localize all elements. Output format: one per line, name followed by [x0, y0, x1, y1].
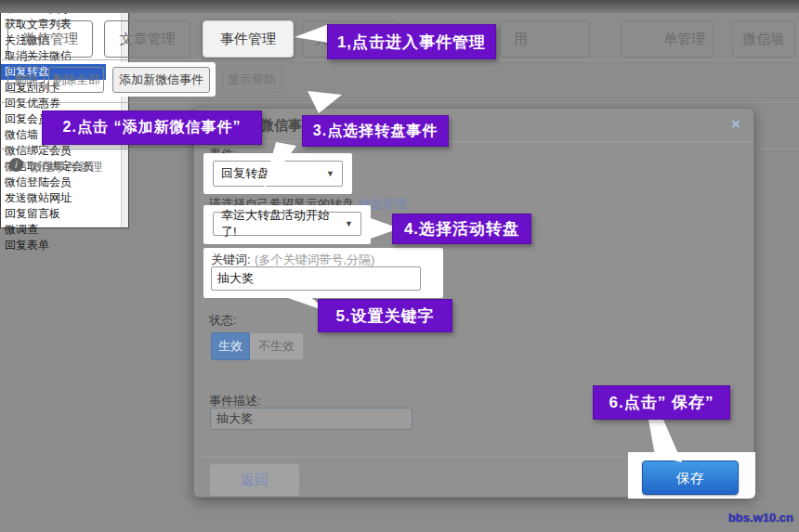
delete-button[interactable]: 删除 — [7, 67, 45, 93]
add-event-button[interactable]: 添加新微信事件 — [112, 67, 210, 93]
keyword-label: 关键词: — [211, 253, 251, 266]
status-off-button[interactable]: 不生效 — [250, 332, 304, 360]
event-select-value: 回复转盘 — [221, 165, 269, 182]
footer-divider — [0, 501, 799, 502]
keyword-input[interactable] — [211, 266, 421, 291]
keyword-hint: (多个关键词带号,分隔) — [255, 253, 374, 266]
tab-weixin-manage[interactable]: 微信管理 — [7, 20, 93, 58]
chevron-down-icon: ▼ — [345, 219, 353, 228]
callout-step1: 1,点击进入事件管理 — [327, 24, 496, 59]
add-event-modal: 添加新微信事件 × 事件: 回复转盘 ▼ 请选择自己希望显示的转盘 转盘管理: … — [193, 108, 754, 498]
callout-step4: 4.选择活动转盘 — [392, 214, 531, 244]
tab-event-manage[interactable]: 事件管理 — [203, 20, 294, 58]
watermark: bbs.w10.cn — [728, 511, 793, 525]
info-icon: i — [9, 158, 23, 172]
tab-article-manage[interactable]: 文章管理 — [104, 20, 190, 58]
back-button[interactable]: 返回 — [209, 463, 300, 497]
save-button[interactable]: 保存 — [642, 461, 739, 495]
wheel-select[interactable]: 幸运大转盘活动开始了! ▼ — [213, 212, 361, 236]
tabbar-divider — [0, 59, 799, 60]
status-label: 状态: — [209, 312, 237, 329]
list-item[interactable]: 回复留言板 — [1, 206, 121, 222]
list-item[interactable]: 微调查 — [1, 222, 121, 238]
screen: 微信管理 文章管理 事件管理 关 用 单管理 微信墙 删除 删除全部 添加新微信… — [0, 0, 799, 532]
status-on-button[interactable]: 生效 — [211, 332, 250, 360]
breadcrumb: 微信事件管理 — [30, 159, 102, 175]
close-icon[interactable]: × — [731, 115, 740, 134]
list-item[interactable]: 回复表单 — [1, 238, 121, 253]
window-top-bar — [0, 0, 799, 13]
tab-partial-yong[interactable]: 用 — [500, 20, 590, 58]
list-item[interactable]: 发送微站网址 — [1, 190, 121, 206]
callout-step3: 3.点选择转盘事件 — [302, 115, 449, 147]
toolbar-divider — [0, 102, 799, 103]
tab-partial-dan-manage[interactable]: 单管理 — [621, 20, 714, 58]
list-item[interactable]: 微信登陆会员 — [1, 175, 121, 190]
callout-step2: 2.点击 “添加新微信事件” — [42, 110, 262, 145]
list-item[interactable]: 微信绑定会员 — [1, 143, 121, 159]
wheel-select-value: 幸运大转盘活动开始了! — [221, 207, 345, 240]
chevron-down-icon: ▼ — [326, 169, 334, 178]
tab-weixin-wall[interactable]: 微信墙 — [732, 20, 795, 58]
callout-step5: 5.设置关键字 — [318, 299, 452, 332]
list-item[interactable]: 回复优惠券 — [1, 96, 121, 111]
callout-step6: 6.点击” 保存” — [593, 385, 730, 420]
event-select[interactable]: 回复转盘 ▼ — [213, 161, 343, 187]
desc-input[interactable] — [210, 408, 413, 430]
delete-all-button[interactable]: 删除全部 — [48, 67, 104, 93]
show-help-button[interactable]: 显示帮助 — [223, 67, 281, 93]
